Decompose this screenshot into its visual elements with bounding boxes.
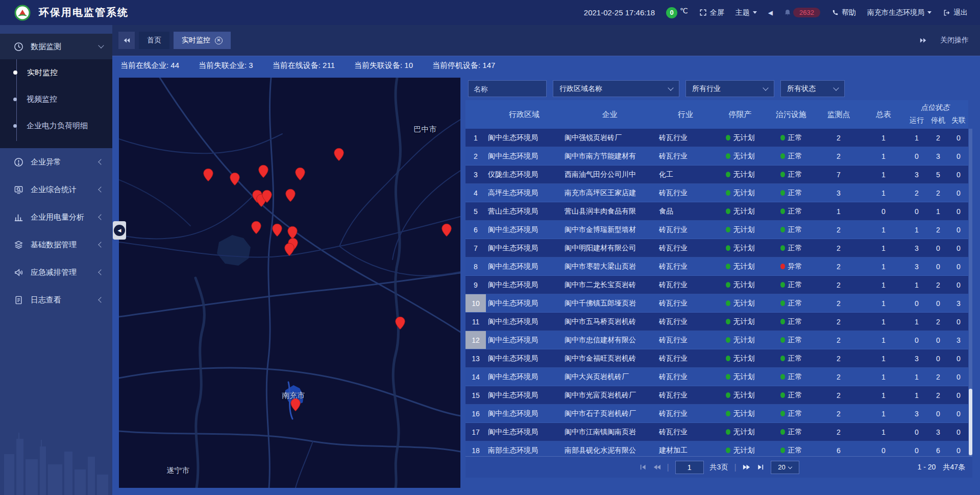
table-row[interactable]: 17阆中生态环境局阆中市江南镇阆南页岩砖瓦行业无计划正常21030 (465, 423, 968, 441)
industry-select[interactable]: 所有行业 (685, 80, 774, 97)
cell-running: 0 (906, 294, 927, 312)
cell-facility-status: 正常 (766, 423, 816, 441)
sidebar-item-视频监控[interactable]: 视频监控 (0, 86, 112, 112)
sidebar-item-日志查看[interactable]: 日志查看 (0, 286, 112, 314)
table-row[interactable]: 8阆中生态环境局阆中市枣碧大梁山页岩砖瓦行业无计划异常21300 (465, 257, 968, 276)
page-number-input[interactable] (675, 461, 704, 474)
map-pin-icon[interactable] (272, 223, 282, 239)
cell-offline: 0 (949, 368, 968, 386)
cell-offline: 0 (949, 129, 968, 147)
prev-page-button[interactable] (652, 464, 660, 470)
cell-industry: 化工 (657, 166, 714, 183)
cell-total-meters: 1 (861, 166, 906, 183)
cell-offline: 0 (949, 405, 968, 422)
name-search-input[interactable] (468, 80, 547, 97)
fullscreen-button[interactable]: 全屏 (699, 8, 724, 17)
table-row[interactable]: 15阆中生态环境局阆中市光富页岩机砖厂砖瓦行业无计划正常21120 (465, 386, 968, 405)
cell-index: 17 (465, 423, 486, 441)
page-size-select[interactable]: 20 (771, 461, 799, 474)
sidebar-item-企业用电量分析[interactable]: 企业用电量分析 (0, 203, 112, 231)
map-pin-icon[interactable] (285, 188, 296, 204)
map-pin-icon[interactable] (251, 221, 261, 237)
table-row[interactable]: 11阆中生态环境局阆中市五马桥页岩机砖砖瓦行业无计划正常21120 (465, 313, 968, 331)
map-pin-icon[interactable] (290, 398, 301, 414)
table-row[interactable]: 13阆中生态环境局阆中市金福旺页岩机砖砖瓦行业无计划正常21300 (465, 349, 968, 368)
table-body: 1阆中生态环境局阆中强锐页岩砖厂砖瓦行业无计划正常211202阆中生态环境局阆中… (465, 129, 968, 456)
sidebar-item-实时监控[interactable]: 实时监控 (0, 59, 112, 86)
sidebar-item-应急减排管理[interactable]: 应急减排管理 (0, 258, 112, 286)
map-panel[interactable]: 巴中市南充市遂宁市 ◀ (119, 78, 460, 488)
tab-首页[interactable]: 首页 (139, 32, 169, 49)
scrollbar-thumb[interactable] (969, 389, 972, 455)
chevron-left-icon (98, 242, 104, 247)
org-menu[interactable]: 南充市生态环境局 (867, 8, 932, 17)
table-row[interactable]: 5营山生态环境局营山县润丰肉食品有限食品无计划正常10010 (465, 202, 968, 221)
close-operations-button[interactable]: 关闭操作 (940, 36, 969, 45)
cell-company: 阆中市枣碧大梁山页岩 (562, 257, 657, 275)
map-pin-icon[interactable] (229, 172, 240, 188)
double-right-icon[interactable] (920, 37, 927, 43)
table-row[interactable]: 4高坪生态环境局南充市高坪区王家店建砖瓦行业无计划正常31220 (465, 184, 968, 202)
map-pin-icon[interactable] (295, 167, 306, 183)
pager-controls: | 共3页 | 20 (639, 461, 799, 474)
status-dot-icon (780, 190, 785, 196)
help-button[interactable]: 帮助 (831, 8, 856, 17)
map-pin-icon[interactable] (333, 148, 344, 163)
table-row[interactable]: 18南部生态环境局南部县砚化水泥有限公建材加工无计划正常60060 (465, 441, 968, 456)
status-dot-icon (780, 208, 785, 214)
chevron-down-icon (788, 464, 792, 468)
map-pin-icon[interactable] (284, 243, 295, 258)
status-dot-icon (780, 392, 785, 398)
map-pin-icon[interactable] (258, 164, 268, 180)
map-pin-icon[interactable] (261, 190, 272, 205)
region-select[interactable]: 行政区域名称 (553, 80, 679, 97)
cell-running: 3 (906, 349, 927, 367)
table-row[interactable]: 12阆中生态环境局阆中市忠信建材有限公砖瓦行业无计划正常21003 (465, 331, 968, 349)
sidebar-item-企业异常[interactable]: 企业异常 (0, 148, 112, 176)
map-collapse-handle[interactable]: ◀ (113, 221, 126, 240)
cell-total-meters: 1 (861, 294, 906, 312)
status-dot-icon (780, 227, 785, 232)
map-pin-icon[interactable] (395, 316, 406, 332)
tab-scroll-left-button[interactable] (118, 32, 135, 49)
cell-facility-status: 正常 (766, 368, 816, 386)
logout-button[interactable]: 退出 (943, 8, 968, 17)
sidebar-item-基础数据管理[interactable]: 基础数据管理 (0, 231, 112, 258)
next-page-button[interactable] (743, 464, 751, 470)
cell-index: 15 (465, 386, 486, 404)
tab-actions: 关闭操作 (920, 36, 980, 45)
table-row[interactable]: 1阆中生态环境局阆中强锐页岩砖厂砖瓦行业无计划正常21120 (465, 129, 968, 147)
cell-index: 9 (465, 276, 486, 294)
close-icon[interactable]: ✕ (215, 37, 223, 44)
table-row[interactable]: 14阆中生态环境局阆中大兴页岩机砖厂砖瓦行业无计划正常21120 (465, 368, 968, 386)
bullet-dot-icon (13, 124, 17, 128)
table-row[interactable]: 10阆中生态环境局阆中千佛镇五郎垭页岩砖瓦行业无计划正常21003 (465, 294, 968, 313)
cell-monitor-points: 2 (816, 129, 861, 147)
notifications[interactable]: 2632 (784, 8, 820, 17)
map-pin-icon[interactable] (442, 223, 452, 239)
status-select[interactable]: 所有状态 (780, 80, 845, 97)
last-page-button[interactable] (757, 464, 765, 470)
cell-company: 阆中大兴页岩机砖厂 (562, 368, 657, 386)
tab-实时监控[interactable]: 实时监控✕ (174, 32, 231, 49)
table-row[interactable]: 6阆中生态环境局阆中市金博瑞新型墙材砖瓦行业无计划正常21120 (465, 221, 968, 239)
table-row[interactable]: 2阆中生态环境局阆中市南方节能建材有砖瓦行业无计划正常21030 (465, 147, 968, 166)
sidebar-item-企业电力负荷明细[interactable]: 企业电力负荷明细 (0, 112, 112, 139)
table-scrollbar[interactable] (969, 129, 972, 456)
status-dot-icon (726, 319, 730, 324)
table-row[interactable]: 16阆中生态环境局阆中市石子页岩机砖厂砖瓦行业无计划正常21300 (465, 405, 968, 423)
sidebar-item-企业综合统计[interactable]: 企业综合统计 (0, 176, 112, 203)
stat-item: 当前失联企业: 3 (199, 61, 253, 70)
table-row[interactable]: 3仪陇生态环境局西南油气田分公司川中化工无计划正常71350 (465, 166, 968, 184)
sidebar-group-数据监测[interactable]: 数据监测 (0, 34, 112, 59)
first-page-button[interactable] (639, 464, 646, 470)
table-row[interactable]: 9阆中生态环境局阆中市二龙长宝页岩砖砖瓦行业无计划正常21120 (465, 276, 968, 294)
cell-monitor-points: 2 (816, 276, 861, 294)
notice-collapse-icon[interactable]: ◀ (768, 9, 773, 16)
bullet-dot-icon (13, 98, 17, 101)
theme-menu[interactable]: 主题 (736, 8, 757, 17)
map-pin-icon[interactable] (203, 168, 214, 184)
status-dot-icon (780, 447, 785, 453)
table-row[interactable]: 7阆中生态环境局阆中明阳建材有限公司砖瓦行业无计划正常21300 (465, 239, 968, 257)
header-企业: 企业 (562, 100, 657, 129)
